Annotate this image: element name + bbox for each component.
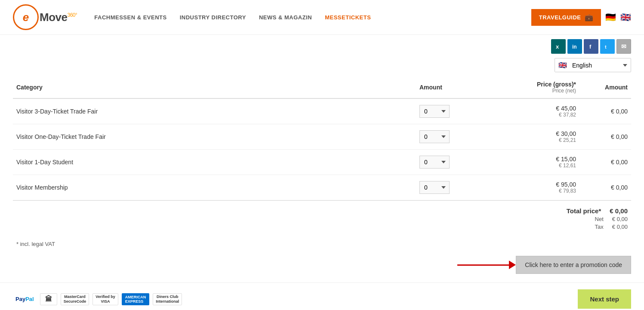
row-price-gross-0: € 45,00 [488, 105, 576, 112]
row-amount-3: € 0,00 [579, 175, 631, 200]
row-price-net-3: € 79,83 [488, 188, 576, 194]
briefcase-icon: 💼 [585, 13, 594, 21]
main-nav: FACHMESSEN & EVENTS INDUSTRY DIRECTORY N… [94, 14, 531, 21]
row-qty-cell-2: 0 1 2 3 4 5 [416, 150, 485, 175]
table-row: Visitor 3-Day-Ticket Trade Fair 0 1 2 3 … [13, 98, 631, 124]
total-price-row: Total price* € 0,00 [567, 207, 628, 215]
row-category-1: Visitor One-Day-Ticket Trade Fair [13, 124, 416, 150]
row-qty-cell-0: 0 1 2 3 4 5 [416, 98, 485, 124]
row-qty-select-1[interactable]: 0 1 2 3 4 5 [419, 130, 450, 143]
social-bar: x in f t ✉ [0, 35, 644, 56]
totals-table: Total price* € 0,00 Net € 0,00 Tax € 0,0… [567, 207, 628, 230]
linkedin-icon[interactable]: in [567, 39, 582, 54]
row-category-0: Visitor 3-Day-Ticket Trade Fair [13, 98, 416, 124]
german-flag-icon[interactable]: 🇩🇪 [605, 12, 616, 22]
row-price-net-1: € 25,21 [488, 137, 576, 143]
col-amount-header: Amount [416, 77, 485, 98]
visa-verified-icon: Verified byVISA [92, 293, 118, 305]
vat-note: * incl. legal VAT [13, 236, 631, 252]
row-qty-cell-1: 0 1 2 3 4 5 [416, 124, 485, 150]
payment-icons: PayPal 🏛 MasterCardSecureCode Verified b… [13, 293, 182, 305]
travelguide-label: TRAVELGUIDE [539, 14, 581, 21]
row-category-2: Visitor 1-Day Student [13, 150, 416, 175]
main-content: Category Amount Price (gross)* Price (ne… [0, 77, 644, 252]
row-amount-0: € 0,00 [579, 98, 631, 124]
total-label: Total price* [567, 207, 601, 215]
svg-text:t: t [605, 44, 607, 49]
tax-label: Tax [595, 224, 604, 230]
diners-icon: Diners ClubInternational [153, 293, 182, 305]
language-selector-wrap: 🇬🇧 English Deutsch [0, 56, 644, 77]
header-right: TRAVELGUIDE 💼 🇩🇪 🇬🇧 [531, 9, 631, 26]
svg-text:in: in [572, 44, 577, 50]
table-row: Visitor Membership 0 1 2 3 4 5 € 95,00 €… [13, 175, 631, 200]
row-qty-cell-3: 0 1 2 3 4 5 [416, 175, 485, 200]
language-dropdown[interactable]: English Deutsch [570, 59, 631, 71]
xing-icon[interactable]: x [551, 39, 566, 54]
row-price-cell-3: € 95,00 € 79,83 [485, 175, 579, 200]
row-amount-1: € 0,00 [579, 124, 631, 150]
row-qty-select-3[interactable]: 0 1 2 3 4 5 [419, 181, 450, 194]
total-value: € 0,00 [610, 207, 628, 215]
lang-flag: 🇬🇧 [555, 58, 570, 72]
uk-flag-icon[interactable]: 🇬🇧 [620, 12, 631, 22]
row-price-gross-1: € 30,00 [488, 130, 576, 137]
row-price-cell-2: € 15,00 € 12,61 [485, 150, 579, 175]
logo[interactable]: e Move360° [13, 4, 77, 30]
travelguide-button[interactable]: TRAVELGUIDE 💼 [531, 9, 601, 26]
row-qty-select-2[interactable]: 0 1 2 3 4 5 [419, 156, 450, 169]
next-step-button[interactable]: Next step [578, 289, 631, 309]
net-value: € 0,00 [612, 216, 628, 222]
facebook-icon[interactable]: f [584, 39, 598, 54]
row-price-gross-3: € 95,00 [488, 181, 576, 188]
net-row: Net € 0,00 [567, 216, 628, 222]
promo-section: Click here to enter a promotion code [0, 252, 644, 282]
nav-fachmessen[interactable]: FACHMESSEN & EVENTS [94, 14, 166, 21]
nav-industry[interactable]: INDUSTRY DIRECTORY [180, 14, 246, 21]
row-price-net-2: € 12,61 [488, 163, 576, 169]
promo-code-button[interactable]: Click here to enter a promotion code [516, 256, 631, 274]
mastercard-icon: MasterCardSecureCode [61, 293, 89, 305]
mail-icon[interactable]: ✉ [616, 39, 631, 54]
row-category-3: Visitor Membership [13, 175, 416, 200]
table-row: Visitor 1-Day Student 0 1 2 3 4 5 € 15,0… [13, 150, 631, 175]
nav-news[interactable]: NEWS & MAGAZIN [259, 14, 312, 21]
totals-section: Total price* € 0,00 Net € 0,00 Tax € 0,0… [13, 200, 631, 236]
language-selector-container: 🇬🇧 English Deutsch [555, 58, 631, 72]
row-price-net-0: € 37,82 [488, 112, 576, 118]
net-label: Net [595, 216, 604, 222]
logo-text: Move360° [40, 12, 77, 23]
row-price-gross-2: € 15,00 [488, 156, 576, 163]
bank-icon: 🏛 [40, 293, 57, 305]
header: e Move360° FACHMESSEN & EVENTS INDUSTRY … [0, 0, 644, 35]
ticket-table: Category Amount Price (gross)* Price (ne… [13, 77, 631, 200]
amex-icon: AMERICANEXPRESS [122, 293, 150, 305]
logo-circle: e [13, 4, 39, 30]
row-amount-2: € 0,00 [579, 150, 631, 175]
table-row: Visitor One-Day-Ticket Trade Fair 0 1 2 … [13, 124, 631, 150]
col-amount2-header: Amount [579, 77, 631, 98]
svg-text:f: f [589, 43, 592, 50]
tax-value: € 0,00 [612, 224, 628, 230]
col-category: Category [13, 77, 416, 98]
tax-row: Tax € 0,00 [567, 224, 628, 230]
footer-section: PayPal 🏛 MasterCardSecureCode Verified b… [0, 282, 644, 310]
promo-arrow [457, 261, 516, 269]
row-price-cell-0: € 45,00 € 37,82 [485, 98, 579, 124]
col-price-header: Price (gross)* Price (net) [485, 77, 579, 98]
nav-messetickets[interactable]: MESSETICKETS [325, 14, 371, 21]
twitter-icon[interactable]: t [600, 39, 615, 54]
row-price-cell-1: € 30,00 € 25,21 [485, 124, 579, 150]
row-qty-select-0[interactable]: 0 1 2 3 4 5 [419, 105, 450, 118]
paypal-icon: PayPal [13, 293, 37, 305]
svg-text:x: x [556, 43, 559, 50]
